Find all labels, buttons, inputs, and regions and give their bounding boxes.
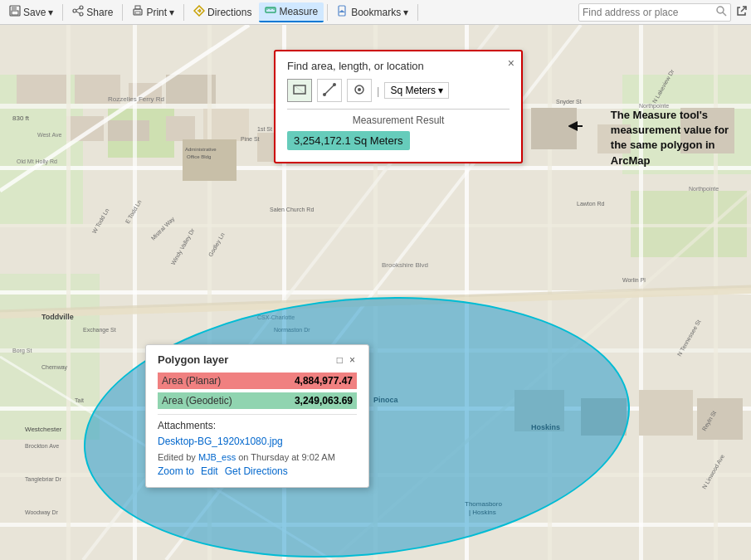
save-button[interactable]: Save ▾: [3, 2, 59, 22]
svg-text:830 ft: 830 ft: [12, 114, 30, 122]
svg-text:Tanglebriar Dr: Tanglebriar Dr: [25, 476, 62, 483]
unit-label: Sq Meters: [390, 85, 436, 96]
print-button[interactable]: Print ▾: [126, 2, 180, 22]
bookmarks-arrow: ▾: [403, 7, 408, 18]
svg-rect-27: [0, 274, 100, 440]
line-tool-icon: [323, 83, 336, 99]
popup-close-icon: ×: [349, 354, 355, 366]
popup-row-area-planar: Area (Planar) 4,884,977.47: [158, 373, 357, 389]
svg-point-121: [358, 88, 361, 91]
svg-text:West Ave: West Ave: [37, 132, 61, 138]
popup-divider: [158, 414, 357, 415]
print-label: Print: [146, 7, 167, 18]
search-box[interactable]: [578, 3, 731, 22]
svg-rect-73: [639, 390, 693, 436]
search-icon: [715, 5, 727, 19]
map-area[interactable]: Rozzelles Ferry Rd Old Mt Holly Rd Brook…: [0, 25, 751, 560]
svg-text:Old Mt Holly Rd: Old Mt Holly Rd: [17, 158, 57, 165]
svg-text:Rozzelles Ferry Rd: Rozzelles Ferry Rd: [108, 95, 164, 103]
popup-header: Polygon layer □ ×: [158, 353, 357, 366]
svg-rect-47: [66, 25, 71, 560]
edit-link[interactable]: Edit: [201, 465, 218, 477]
svg-text:1st St: 1st St: [257, 126, 272, 132]
zoom-to-link[interactable]: Zoom to: [158, 465, 194, 477]
edited-text: Edited by MJB_ess on Thursday at 9:02 AM: [158, 452, 357, 462]
area-tool-icon: [293, 83, 306, 99]
svg-point-119: [333, 83, 336, 86]
svg-line-116: [294, 85, 305, 94]
print-arrow: ▾: [169, 7, 174, 18]
popup-close-button[interactable]: ×: [348, 354, 357, 366]
result-label: Measurement Result: [287, 114, 510, 126]
svg-text:Lawton Rd: Lawton Rd: [577, 201, 605, 207]
search-input[interactable]: [583, 7, 715, 18]
measure-icon: [265, 4, 276, 18]
svg-line-24: [741, 7, 746, 12]
svg-text:Worlin Pl: Worlin Pl: [622, 277, 646, 283]
edited-prefix: Edited by: [158, 452, 198, 462]
svg-line-117: [324, 85, 334, 95]
svg-rect-74: [697, 398, 743, 440]
get-directions-link[interactable]: Get Directions: [225, 465, 288, 477]
point-tool-button[interactable]: [347, 79, 372, 102]
svg-text:Brockton Ave: Brockton Ave: [25, 443, 59, 449]
svg-line-7: [76, 12, 80, 13]
svg-point-4: [73, 9, 76, 12]
unit-select[interactable]: Sq Meters ▾: [384, 82, 449, 99]
toolbar: Save ▾ Share Print ▾ Directions Measure: [0, 0, 751, 25]
directions-label: Directions: [207, 7, 251, 18]
svg-rect-36: [108, 120, 149, 141]
line-tool-button[interactable]: [317, 79, 342, 102]
measure-close-button[interactable]: ×: [508, 56, 514, 70]
svg-text:Borg St: Borg St: [12, 348, 32, 354]
popup-actions: Zoom to Edit Get Directions: [158, 465, 357, 477]
popup-controls: □ ×: [335, 354, 357, 366]
share-button[interactable]: Share: [66, 2, 119, 22]
area-geodetic-label: Area (Geodetic): [158, 392, 257, 409]
svg-text:Tait: Tait: [75, 397, 84, 403]
popup-row-area-geodetic: Area (Geodetic) 3,249,063.69: [158, 392, 357, 409]
svg-rect-31: [17, 75, 66, 104]
measure-panel: Find area, length, or location × |: [274, 50, 523, 163]
svg-rect-2: [12, 11, 18, 15]
unit-separator: |: [377, 85, 379, 97]
svg-text:Administrative: Administrative: [185, 147, 217, 152]
measure-tools: | Sq Meters ▾: [287, 79, 510, 102]
annotation-arrow-svg: [568, 118, 583, 134]
edited-user[interactable]: MJB_ess: [198, 452, 236, 462]
measure-button[interactable]: Measure: [259, 2, 324, 22]
svg-rect-10: [135, 12, 140, 14]
area-planar-value: 4,884,977.47: [257, 373, 357, 389]
svg-text:Toddville: Toddville: [41, 313, 74, 321]
share-label: Share: [86, 7, 113, 18]
save-arrow: ▾: [48, 7, 53, 18]
bookmarks-button[interactable]: Bookmarks ▾: [331, 2, 414, 22]
svg-text:Chemway: Chemway: [41, 364, 68, 371]
sep3: [183, 4, 184, 21]
svg-rect-90: [183, 139, 237, 181]
close-icon: ×: [508, 56, 514, 70]
svg-rect-9: [135, 6, 140, 9]
result-value: 3,254,172.1 Sq Meters: [287, 131, 410, 150]
attachment-link[interactable]: Desktop-BG_1920x1080.jpg: [158, 436, 283, 447]
svg-text:Office Bldg: Office Bldg: [187, 154, 211, 159]
directions-button[interactable]: Directions: [188, 2, 257, 22]
svg-rect-35: [66, 116, 104, 141]
popup-panel: Polygon layer □ × Area (Planar) 4,884,97…: [145, 344, 369, 488]
measure-label: Measure: [279, 6, 318, 17]
svg-line-23: [723, 12, 726, 16]
area-tool-button[interactable]: [287, 79, 312, 102]
minimize-icon: □: [337, 354, 343, 366]
svg-text:Pine St: Pine St: [241, 136, 260, 142]
svg-point-22: [717, 7, 724, 13]
svg-text:Brookshire Blvd: Brookshire Blvd: [382, 261, 428, 269]
svg-text:Exchange St: Exchange St: [83, 327, 116, 334]
bookmarks-label: Bookmarks: [351, 7, 401, 18]
external-link-button[interactable]: [736, 5, 748, 19]
svg-text:Salen Church Rd: Salen Church Rd: [270, 207, 314, 212]
popup-minimize-button[interactable]: □: [335, 354, 344, 366]
measure-panel-title: Find area, length, or location: [287, 60, 510, 72]
annotation-text: The Measure tool's measurement value for…: [611, 108, 734, 168]
print-icon: [132, 5, 144, 19]
popup-title: Polygon layer: [158, 353, 228, 366]
